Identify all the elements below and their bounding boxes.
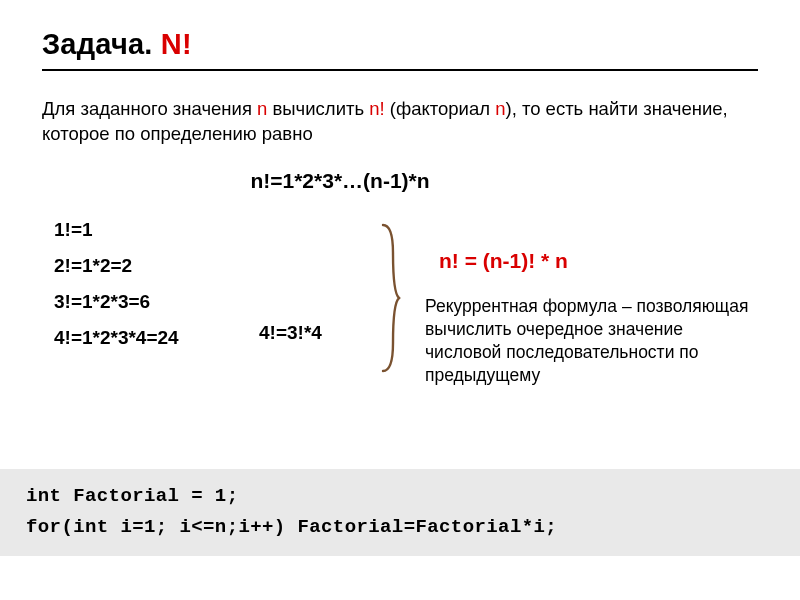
title-part2: N! bbox=[161, 28, 192, 60]
factorial-step: 3!=1*2*3=6 bbox=[54, 291, 259, 313]
title-part1: Задача. bbox=[42, 28, 161, 60]
problem-text: Для заданного значения n вычислить n! (ф… bbox=[42, 97, 758, 147]
brace-icon bbox=[379, 219, 405, 373]
problem-n3: n bbox=[495, 98, 505, 119]
recurrent-formula: n! = (n-1)! * n bbox=[439, 249, 758, 273]
problem-t2: вычислить bbox=[267, 98, 369, 119]
code-line: for(int i=1; i<=n;i++) Factorial=Factori… bbox=[26, 512, 774, 542]
factorial-step-alt: 4!=3!*4 bbox=[259, 219, 379, 344]
problem-t1: Для заданного значения bbox=[42, 98, 257, 119]
code-block: int Factorial = 1; for(int i=1; i<=n;i++… bbox=[0, 469, 800, 556]
factorial-step: 1!=1 bbox=[54, 219, 259, 241]
problem-n2: n! bbox=[369, 98, 384, 119]
recurrent-description: Рекуррентная формула – позволяющая вычис… bbox=[425, 295, 758, 387]
factorial-step: 2!=1*2=2 bbox=[54, 255, 259, 277]
factorial-step: 4!=1*2*3*4=24 bbox=[54, 327, 259, 349]
code-line: int Factorial = 1; bbox=[26, 481, 774, 511]
factorial-steps: 1!=1 2!=1*2=2 3!=1*2*3=6 4!=1*2*3*4=24 bbox=[42, 219, 259, 363]
factorial-definition: n!=1*2*3*…(n-1)*n bbox=[42, 169, 758, 193]
problem-n1: n bbox=[257, 98, 267, 119]
problem-t3: (факториал bbox=[385, 98, 496, 119]
slide-title: Задача. N! bbox=[42, 28, 758, 71]
